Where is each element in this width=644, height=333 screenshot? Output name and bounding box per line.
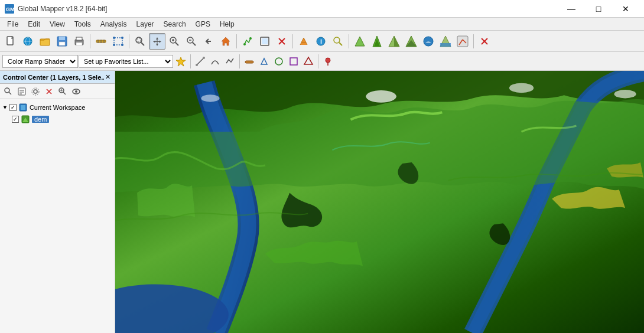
line-tool3[interactable] xyxy=(223,54,237,68)
draw-tool4[interactable] xyxy=(287,54,301,68)
svg-line-26 xyxy=(175,43,178,45)
pan-button[interactable] xyxy=(149,33,165,50)
map-area[interactable] xyxy=(115,71,644,333)
toolbar2: Color Ramp Shader Atlas Shader Aspect Ma… xyxy=(0,52,644,71)
cp-search[interactable] xyxy=(56,85,69,98)
delete-button[interactable] xyxy=(274,33,290,50)
control-panel-toolbar xyxy=(0,84,115,99)
menu-edit[interactable]: Edit xyxy=(23,19,45,30)
cp-metadata[interactable] xyxy=(15,85,28,98)
path-profile-button[interactable] xyxy=(403,33,419,50)
zoom-out-button[interactable] xyxy=(183,33,200,50)
svg-point-66 xyxy=(5,88,9,93)
measure-button[interactable] xyxy=(93,33,109,50)
shader-select[interactable]: Color Ramp Shader Atlas Shader Aspect Ma… xyxy=(2,55,78,68)
menu-gps[interactable]: GPS xyxy=(191,19,215,30)
svg-rect-24 xyxy=(137,38,141,42)
menu-help[interactable]: Help xyxy=(215,19,239,30)
toolbar1: i xyxy=(0,31,644,52)
sea-level-button[interactable] xyxy=(437,33,454,50)
control-panel-header: Control Center (1 Layers, 1 Sele... ✕ xyxy=(0,71,115,84)
open-button[interactable] xyxy=(37,33,53,50)
svg-marker-43 xyxy=(355,37,365,46)
title-bar: GM Global Mapper v18.2 [64-bit] — □ ✕ xyxy=(0,0,644,18)
menu-search[interactable]: Search xyxy=(159,19,191,30)
dem-layer-icon xyxy=(21,115,30,124)
minimize-button[interactable]: — xyxy=(558,0,585,18)
workspace-chevron[interactable]: ▼ xyxy=(2,105,8,110)
cp-zoom-layer[interactable] xyxy=(2,85,15,98)
feature-info-button[interactable]: i xyxy=(313,33,329,50)
search-features-button[interactable] xyxy=(330,33,346,50)
svg-line-42 xyxy=(339,43,342,45)
svg-point-61 xyxy=(203,57,205,59)
select-button[interactable] xyxy=(256,33,273,50)
dem-checkbox[interactable]: ✓ xyxy=(12,116,19,123)
close-button[interactable]: ✕ xyxy=(612,0,639,18)
cp-options[interactable] xyxy=(29,85,42,98)
sep-t2-2 xyxy=(239,54,240,68)
draw-tool1[interactable] xyxy=(242,54,256,68)
dem-item[interactable]: ✓ dem xyxy=(12,113,112,125)
new-button[interactable] xyxy=(2,33,19,50)
control-panel: Control Center (1 Layers, 1 Sele... ✕ xyxy=(0,71,115,333)
menu-file[interactable]: File xyxy=(2,19,23,30)
lidar-button[interactable] xyxy=(454,33,471,50)
zoom-in-rect-button[interactable] xyxy=(166,33,183,50)
sep5 xyxy=(349,34,349,48)
maximize-button[interactable]: □ xyxy=(585,0,612,18)
create-area-button[interactable] xyxy=(110,33,126,50)
draw-tool5[interactable] xyxy=(301,54,316,68)
svg-point-60 xyxy=(196,64,198,66)
layer-tree: ▼ ✓ Current Workspace ✓ dem xyxy=(0,99,115,333)
sep-t2-1 xyxy=(190,54,191,68)
favorite-button[interactable] xyxy=(174,54,188,68)
edit-vertices-button[interactable] xyxy=(295,33,312,50)
workspace-icon xyxy=(18,103,28,112)
menu-tools[interactable]: Tools xyxy=(70,19,96,30)
cancel-button[interactable] xyxy=(476,33,493,50)
workspace-checkbox[interactable]: ✓ xyxy=(9,104,17,111)
svg-point-72 xyxy=(34,90,37,93)
draw-tool2[interactable] xyxy=(257,54,271,68)
svg-point-89 xyxy=(509,83,534,93)
svg-point-20 xyxy=(113,44,115,46)
sep2 xyxy=(129,34,129,48)
svg-point-41 xyxy=(334,37,340,43)
open-online-button[interactable] xyxy=(19,33,36,50)
hillshade-button[interactable] xyxy=(386,33,402,50)
contour-button[interactable] xyxy=(369,33,385,50)
svg-line-77 xyxy=(63,92,66,94)
back-button[interactable] xyxy=(200,33,217,50)
svg-rect-11 xyxy=(76,37,82,40)
line-tool1[interactable] xyxy=(193,54,207,68)
save-button[interactable] xyxy=(54,33,70,50)
control-panel-title: Control Center (1 Layers, 1 Sele... xyxy=(3,74,104,81)
menu-layer[interactable]: Layer xyxy=(132,19,159,30)
svg-point-73 xyxy=(32,88,39,95)
favorites-select[interactable]: Set up Favorites List... xyxy=(79,55,173,68)
app-title: Global Mapper v18.2 [64-bit] xyxy=(18,5,107,13)
svg-point-65 xyxy=(326,58,330,63)
menu-view[interactable]: View xyxy=(45,19,70,30)
draw-tool3[interactable] xyxy=(272,54,286,68)
menu-analysis[interactable]: Analysis xyxy=(96,19,132,30)
digitize-button[interactable] xyxy=(239,33,256,50)
home-button[interactable] xyxy=(217,33,234,50)
workspace-item[interactable]: ▼ ✓ Current Workspace xyxy=(2,102,112,113)
3d-view-button[interactable] xyxy=(352,33,368,50)
svg-point-91 xyxy=(201,94,219,102)
line-tool2[interactable] xyxy=(208,54,222,68)
svg-rect-17 xyxy=(114,38,122,45)
zoom-rect-button[interactable] xyxy=(132,33,148,50)
sep-t2-3 xyxy=(318,54,318,68)
print-button[interactable] xyxy=(71,33,87,50)
marker-tool[interactable] xyxy=(321,54,335,68)
svg-rect-53 xyxy=(457,36,468,47)
cp-delete[interactable] xyxy=(43,85,56,98)
svg-rect-62 xyxy=(245,61,253,63)
control-panel-close[interactable]: ✕ xyxy=(104,73,112,81)
watershed-button[interactable] xyxy=(420,33,437,50)
window-controls[interactable]: — □ ✕ xyxy=(558,0,639,18)
cp-eye[interactable] xyxy=(70,85,83,98)
